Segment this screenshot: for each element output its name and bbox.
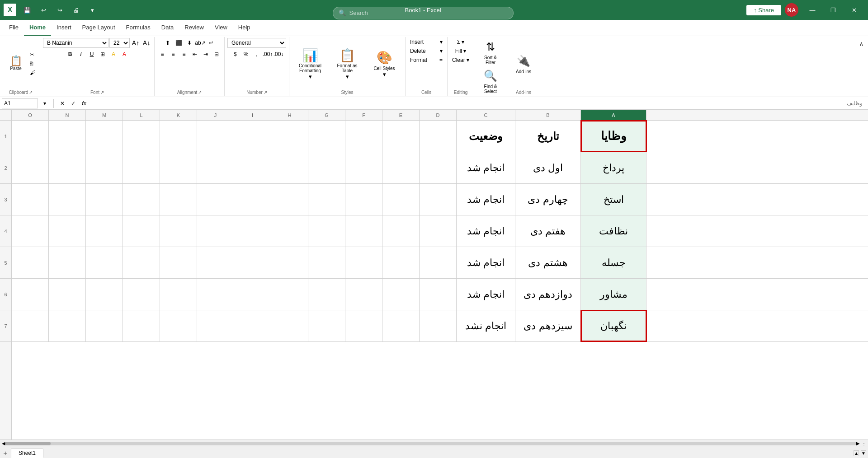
paste-button[interactable]: 📋 Paste [5, 55, 27, 72]
align-left-button[interactable]: ≡ [157, 49, 167, 59]
col-header-I[interactable]: I [234, 110, 271, 120]
redo-button[interactable]: ↪ [52, 4, 67, 16]
tab-data[interactable]: Data [156, 20, 179, 36]
scroll-right-button[interactable]: ▶ [856, 441, 860, 446]
cell-O5[interactable] [12, 247, 49, 278]
col-header-D[interactable]: D [420, 110, 457, 120]
decrease-indent-button[interactable]: ⇤ [190, 49, 200, 59]
cell-L2[interactable] [123, 152, 160, 183]
cell-B4[interactable]: هفتم دی [515, 215, 581, 247]
cell-E4[interactable] [382, 215, 420, 247]
cell-F6[interactable] [345, 279, 382, 310]
clear-button[interactable]: Clear ▾ [450, 56, 471, 64]
cell-C5[interactable]: انجام شد [457, 247, 515, 278]
cell-G2[interactable] [308, 152, 345, 183]
cell-N7[interactable] [49, 310, 86, 341]
scroll-split-button[interactable]: ⋮ [862, 441, 866, 446]
insert-function-button[interactable]: fx [79, 98, 89, 108]
sort-filter-button[interactable]: ⇅ Sort & Filter [477, 38, 504, 66]
comma-button[interactable]: , [252, 49, 262, 59]
cell-G3[interactable] [308, 184, 345, 215]
search-box[interactable]: 🔍 Search [333, 7, 514, 19]
cell-E6[interactable] [382, 279, 420, 310]
cell-N6[interactable] [49, 279, 86, 310]
cell-C4[interactable]: انجام شد [457, 215, 515, 247]
clipboard-expand-icon[interactable]: ↗ [29, 90, 33, 95]
cell-I2[interactable] [234, 152, 271, 183]
cell-H1[interactable] [271, 121, 308, 152]
insert-cells-button[interactable]: Insert▾ [408, 38, 444, 46]
merge-button[interactable]: ⊟ [212, 49, 222, 59]
tab-page-layout[interactable]: Page Layout [77, 20, 121, 36]
cell-E5[interactable] [382, 247, 420, 278]
cell-K5[interactable] [160, 247, 197, 278]
cell-A2[interactable]: پرداخ [581, 152, 646, 183]
delete-cells-button[interactable]: Delete▾ [408, 47, 444, 55]
tab-formulas[interactable]: Formulas [121, 20, 156, 36]
cell-J2[interactable] [197, 152, 234, 183]
share-button[interactable]: ↑ Share [746, 5, 781, 15]
align-right-button[interactable]: ≡ [179, 49, 189, 59]
cell-M5[interactable] [86, 247, 123, 278]
cell-A6[interactable]: مشاور [581, 279, 646, 310]
cell-J4[interactable] [197, 215, 234, 247]
cell-O4[interactable] [12, 215, 49, 247]
undo-button[interactable]: ↩ [36, 4, 51, 16]
formula-input[interactable] [91, 100, 845, 107]
cell-K6[interactable] [160, 279, 197, 310]
cell-I7[interactable] [234, 310, 271, 341]
cell-D3[interactable] [420, 184, 457, 215]
cell-J7[interactable] [197, 310, 234, 341]
align-center-button[interactable]: ≡ [168, 49, 178, 59]
scroll-left-button[interactable]: ◀ [2, 441, 5, 446]
font-expand-icon[interactable]: ↗ [100, 90, 104, 95]
cell-C3[interactable]: انجام شد [457, 184, 515, 215]
cell-I6[interactable] [234, 279, 271, 310]
cell-A3[interactable]: استخ [581, 184, 646, 215]
cell-J5[interactable] [197, 247, 234, 278]
more-button[interactable]: ▾ [85, 4, 99, 16]
cell-F3[interactable] [345, 184, 382, 215]
cell-M7[interactable] [86, 310, 123, 341]
align-bottom-button[interactable]: ⬇ [184, 38, 194, 48]
cell-O3[interactable] [12, 184, 49, 215]
col-header-B[interactable]: B [515, 110, 581, 120]
col-header-O[interactable]: O [12, 110, 49, 120]
confirm-formula-button[interactable]: ✓ [68, 98, 78, 108]
cell-D7[interactable] [420, 310, 457, 341]
scrollbar-thumb[interactable] [5, 442, 51, 445]
cell-M2[interactable] [86, 152, 123, 183]
col-header-E[interactable]: E [382, 110, 420, 120]
cell-D5[interactable] [420, 247, 457, 278]
cell-F4[interactable] [345, 215, 382, 247]
align-middle-button[interactable]: ⬛ [174, 38, 184, 48]
cell-E2[interactable] [382, 152, 420, 183]
col-header-K[interactable]: K [160, 110, 197, 120]
cell-F7[interactable] [345, 310, 382, 341]
sheet-tab-1[interactable]: Sheet1 [11, 449, 43, 458]
cell-reference[interactable]: A1 [2, 98, 38, 108]
align-top-button[interactable]: ⬆ [163, 38, 173, 48]
cell-J3[interactable] [197, 184, 234, 215]
find-select-button[interactable]: 🔍 Find & Select [477, 67, 504, 95]
cell-M6[interactable] [86, 279, 123, 310]
tab-insert[interactable]: Insert [51, 20, 77, 36]
scroll-up-button[interactable]: ▲ [854, 450, 859, 456]
number-expand-icon[interactable]: ↗ [264, 90, 267, 95]
cell-G1[interactable] [308, 121, 345, 152]
minimize-button[interactable]: — [802, 0, 823, 20]
cell-F1[interactable] [345, 121, 382, 152]
cell-D2[interactable] [420, 152, 457, 183]
cell-I3[interactable] [234, 184, 271, 215]
cell-L5[interactable] [123, 247, 160, 278]
tab-home[interactable]: Home [24, 20, 51, 36]
cell-styles-button[interactable]: 🎨 Cell Styles ▾ [366, 49, 402, 79]
cell-H3[interactable] [271, 184, 308, 215]
horizontal-scrollbar[interactable]: ◀ ▶ ⋮ [0, 439, 868, 447]
cell-J6[interactable] [197, 279, 234, 310]
cell-B6[interactable]: دوازدهم دی [515, 279, 581, 310]
cell-B2[interactable]: اول دی [515, 152, 581, 183]
tab-review[interactable]: Review [179, 20, 209, 36]
border-button[interactable]: ⊞ [98, 49, 108, 59]
cell-D4[interactable] [420, 215, 457, 247]
